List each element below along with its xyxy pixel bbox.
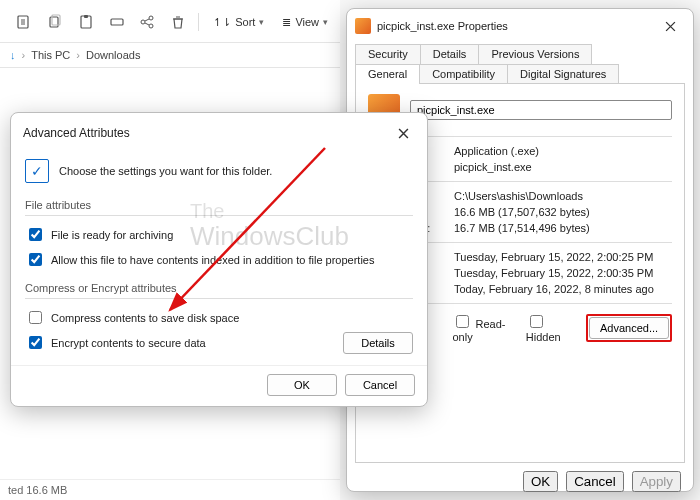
compress-checkbox[interactable] [29,311,42,324]
svg-rect-4 [84,15,88,18]
indexed-checkbox-row[interactable]: Allow this file to have contents indexed… [25,247,413,272]
close-button[interactable] [389,121,417,145]
svg-rect-5 [111,19,123,25]
delete-icon[interactable] [166,8,191,36]
chevron-down-icon: ▾ [259,17,264,27]
cancel-button[interactable]: Cancel [345,374,415,396]
svg-point-8 [149,24,153,28]
encrypt-checkbox[interactable] [29,336,42,349]
advanced-button-highlight: Advanced... [586,314,672,342]
hidden-checkbox[interactable] [530,315,543,328]
breadcrumb[interactable]: ↓ › This PC › Downloads [0,43,340,68]
sort-icon: ↿⇂ [213,16,231,29]
explorer-toolbar: ↿⇂Sort▾ ≣View▾ [0,0,340,43]
chevron-down-icon: ▾ [323,17,328,27]
checkbox-icon: ✓ [25,159,49,183]
archive-checkbox[interactable] [29,228,42,241]
tab-details[interactable]: Details [420,44,480,64]
view-icon: ≣ [282,16,291,29]
archive-checkbox-row[interactable]: File is ready for archiving [25,222,413,247]
apply-button[interactable]: Apply [632,471,681,492]
paste-icon[interactable] [73,8,98,36]
close-button[interactable] [653,15,687,37]
tab-general[interactable]: General [355,64,420,84]
compress-checkbox-row[interactable]: Compress contents to save disk space [25,305,413,330]
sort-dropdown[interactable]: ↿⇂Sort▾ [207,8,270,36]
tab-previous-versions[interactable]: Previous Versions [478,44,592,64]
readonly-checkbox-row[interactable]: Read-only [452,312,515,343]
group-label: File attributes [25,199,413,211]
cancel-button[interactable]: Cancel [566,471,624,492]
view-dropdown[interactable]: ≣View▾ [276,8,334,36]
hidden-checkbox-row[interactable]: Hidden [526,312,576,343]
ok-button[interactable]: OK [267,374,337,396]
rename-icon[interactable] [104,8,129,36]
indexed-checkbox[interactable] [29,253,42,266]
tab-digital-signatures[interactable]: Digital Signatures [507,64,619,84]
ok-button[interactable]: OK [523,471,558,492]
dialog-intro-text: Choose the settings you want for this fo… [59,165,272,177]
group-label: Compress or Encrypt attributes [25,282,413,294]
new-icon[interactable] [12,8,37,36]
breadcrumb-item[interactable]: This PC [31,49,70,61]
advanced-button[interactable]: Advanced... [589,317,669,339]
breadcrumb-item[interactable]: Downloads [86,49,140,61]
svg-point-6 [141,20,145,24]
details-button[interactable]: Details [343,332,413,354]
chevron-right-icon: › [76,49,80,61]
readonly-checkbox[interactable] [456,315,469,328]
filename-input[interactable] [410,100,672,120]
encrypt-checkbox-row[interactable]: Encrypt contents to secure data [25,330,206,355]
share-icon[interactable] [135,8,160,36]
chevron-right-icon: › [22,49,26,61]
svg-point-7 [149,16,153,20]
tab-compatibility[interactable]: Compatibility [419,64,508,84]
tab-security[interactable]: Security [355,44,421,64]
advanced-attributes-dialog: Advanced Attributes ✓ Choose the setting… [10,112,428,407]
download-icon: ↓ [10,49,16,61]
copy-icon[interactable] [43,8,68,36]
status-bar: ted 16.6 MB [0,479,340,500]
app-icon [355,18,371,34]
dialog-title: Advanced Attributes [23,126,130,140]
dialog-title: picpick_inst.exe Properties [377,20,508,32]
